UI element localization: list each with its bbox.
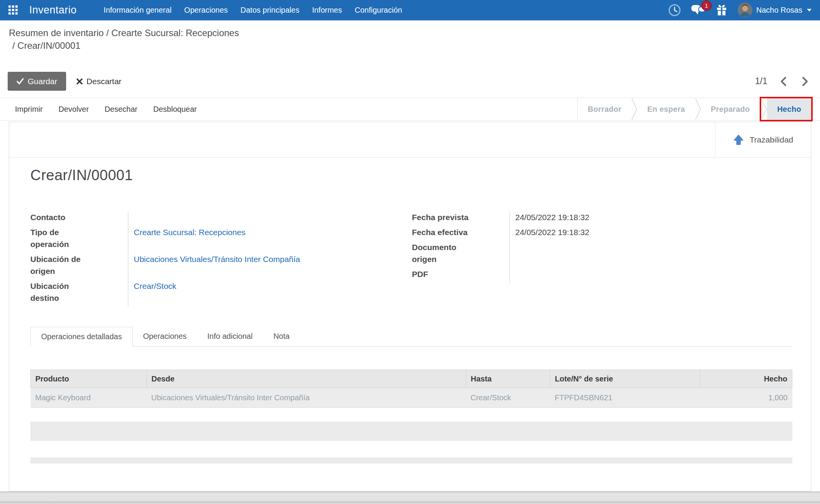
menu-configuracion[interactable]: Configuración	[353, 3, 403, 17]
cell-hasta[interactable]: Crear/Stock	[466, 388, 550, 408]
tab-nota[interactable]: Nota	[263, 327, 300, 346]
apps-menu-icon[interactable]	[8, 5, 18, 15]
menu-informacion-general[interactable]: Información general	[102, 3, 173, 17]
cell-desde[interactable]: Ubicaciones Virtuales/Tránsito Inter Com…	[147, 388, 466, 408]
main-menu: Información general Operaciones Datos pr…	[102, 3, 404, 17]
empty-table-row	[30, 422, 792, 441]
status-separator	[631, 98, 637, 120]
arrow-up-icon	[733, 134, 744, 145]
gift-icon[interactable]	[715, 4, 728, 16]
field-value-fecha-efectiva[interactable]: 24/05/2022 19:18:32	[510, 226, 792, 241]
scrap-button[interactable]: Desechar	[104, 103, 138, 116]
pager: 1/1	[755, 72, 810, 91]
field-value-pdf[interactable]	[510, 268, 792, 283]
field-label-ubicacion-origen: Ubicación de origen	[30, 253, 128, 280]
action-bar: Imprimir Devolver Desechar Desbloquear B…	[0, 98, 820, 121]
cell-lote[interactable]: FTPFD4SBN621	[550, 388, 700, 408]
status-separator	[695, 98, 701, 120]
status-separator	[761, 100, 767, 118]
statusbar: Borrador En espera Preparado Hecho	[577, 98, 812, 120]
annotation-red-box: Hecho	[760, 97, 813, 121]
tab-info-adicional[interactable]: Info adicional	[197, 327, 263, 346]
form-sheet: Trazabilidad Crear/IN/00001 Contacto Tip…	[9, 122, 811, 491]
record-title: Crear/IN/00001	[30, 167, 792, 184]
field-label-tipo-operacion: Tipo de operación	[30, 226, 128, 253]
table-row[interactable]: Magic Keyboard Ubicaciones Virtuales/Trá…	[31, 388, 792, 408]
field-label-documento-origen: Documento origen	[412, 241, 510, 268]
column-header-hasta[interactable]: Hasta	[466, 370, 550, 388]
top-navbar: Inventario Información general Operacion…	[0, 0, 820, 20]
column-header-lote[interactable]: Lote/N° de serie	[550, 370, 700, 388]
empty-table-row-partial	[30, 458, 792, 463]
print-button[interactable]: Imprimir	[14, 103, 43, 116]
column-header-desde[interactable]: Desde	[147, 370, 466, 388]
field-value-contacto[interactable]	[128, 211, 412, 226]
pager-count: 1/1	[755, 76, 767, 86]
cell-hecho[interactable]: 1,000	[700, 388, 792, 408]
tab-operaciones-detalladas[interactable]: Operaciones detalladas	[30, 327, 133, 346]
notification-badge: 1	[701, 0, 712, 11]
table-header-row: Producto Desde Hasta Lote/N° de serie He…	[31, 370, 792, 388]
field-group-right: Fecha prevista 24/05/2022 19:18:32 Fecha…	[412, 211, 792, 307]
activity-clock-icon[interactable]	[668, 4, 681, 17]
pager-previous-button[interactable]	[778, 75, 789, 88]
field-label-fecha-efectiva: Fecha efectiva	[412, 226, 510, 241]
menu-informes[interactable]: Informes	[310, 3, 344, 17]
field-value-fecha-prevista[interactable]: 24/05/2022 19:18:32	[510, 211, 792, 226]
field-value-tipo-operacion[interactable]: Crearte Sucursal: Recepciones	[128, 226, 412, 253]
discard-button[interactable]: Descartar	[76, 77, 121, 86]
field-label-contacto: Contacto	[30, 211, 128, 226]
status-preparado[interactable]: Preparado	[701, 98, 760, 120]
page-bottom-strip	[0, 491, 820, 504]
breadcrumb: Resumen de inventario / Crearte Sucursal…	[0, 20, 820, 52]
cell-producto[interactable]: Magic Keyboard	[31, 388, 147, 408]
check-icon	[17, 78, 24, 85]
messages-icon[interactable]: 1	[691, 4, 705, 16]
chevron-down-icon	[807, 9, 812, 12]
field-group-left: Contacto Tipo de operación Crearte Sucur…	[30, 211, 412, 307]
save-button[interactable]: Guardar	[8, 72, 66, 91]
traceability-button[interactable]: Trazabilidad	[715, 122, 811, 157]
field-label-fecha-prevista: Fecha prevista	[412, 211, 510, 226]
status-borrador[interactable]: Borrador	[578, 98, 631, 120]
breadcrumb-line-1[interactable]: Resumen de inventario / Crearte Sucursal…	[9, 27, 820, 39]
app-title[interactable]: Inventario	[29, 4, 77, 16]
avatar	[738, 3, 752, 17]
field-label-pdf: PDF	[412, 268, 510, 283]
button-box: Trazabilidad	[9, 122, 811, 158]
user-name: Nacho Rosas	[756, 6, 802, 15]
field-groups: Contacto Tipo de operación Crearte Sucur…	[30, 211, 792, 307]
field-value-ubicacion-destino[interactable]: Crear/Stock	[128, 280, 412, 307]
x-icon	[76, 78, 83, 85]
field-label-ubicacion-destino: Ubicación destino	[30, 280, 128, 307]
return-button[interactable]: Devolver	[58, 103, 90, 116]
tab-operaciones[interactable]: Operaciones	[133, 327, 197, 346]
user-menu[interactable]: Nacho Rosas	[738, 3, 812, 17]
pager-next-button[interactable]	[800, 75, 810, 88]
operations-table: Producto Desde Hasta Lote/N° de serie He…	[30, 370, 792, 408]
column-header-hecho[interactable]: Hecho	[700, 370, 792, 388]
field-value-ubicacion-origen[interactable]: Ubicaciones Virtuales/Tránsito Inter Com…	[128, 253, 412, 280]
column-header-producto[interactable]: Producto	[31, 370, 147, 388]
field-value-documento-origen[interactable]	[510, 241, 792, 268]
control-panel: Guardar Descartar 1/1	[0, 72, 820, 91]
unlock-button[interactable]: Desbloquear	[153, 103, 198, 116]
menu-operaciones[interactable]: Operaciones	[183, 3, 229, 17]
menu-datos-principales[interactable]: Datos principales	[239, 3, 301, 17]
notebook-tabs: Operaciones detalladas Operaciones Info …	[30, 327, 792, 346]
status-en-espera[interactable]: En espera	[637, 98, 695, 120]
status-hecho[interactable]: Hecho	[767, 98, 811, 120]
breadcrumb-line-2: / Crear/IN/00001	[9, 39, 820, 52]
